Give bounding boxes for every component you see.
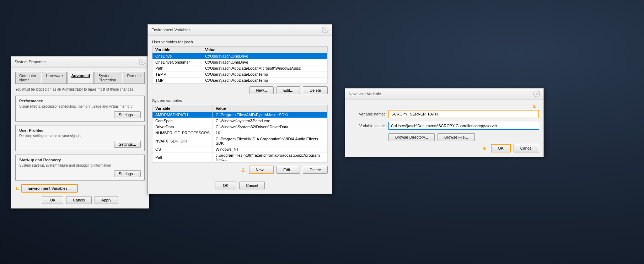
variable-name-row: Variable name: xyxy=(349,110,539,118)
variable-value-row: Variable value: xyxy=(349,122,539,130)
env-vars-cancel-btn[interactable]: Cancel xyxy=(239,182,265,189)
user-var-name: TMP xyxy=(152,77,202,83)
browse-buttons: Browse Directory... Browse File... xyxy=(388,133,539,141)
sys-var-value: c:\program files (x86)\razer\chromabroad… xyxy=(213,152,327,163)
system-props-apply-btn[interactable]: Apply xyxy=(95,196,118,204)
user-var-value: C:\Users\jasch\AppData\Local\Temp xyxy=(202,71,328,77)
sys-var-name: NVAFX_SDK_DIR xyxy=(152,136,213,146)
env-vars-bottom-buttons: OK Cancel xyxy=(152,182,328,189)
step2-label: 2. xyxy=(242,167,246,173)
user-vars-buttons: New... Edit... Delete xyxy=(152,86,328,94)
new-var-action-buttons: 4. OK Cancel xyxy=(349,144,539,152)
system-vars-section-title: System variables xyxy=(152,98,328,103)
user-delete-btn[interactable]: Delete xyxy=(303,86,328,94)
new-var-close[interactable]: ○ xyxy=(533,91,540,97)
sys-var-value: C:\Windows\System32\Drivers\DriverData xyxy=(213,124,327,130)
user-vars-section-title: User variables for jasch xyxy=(152,40,328,44)
user-var-col-variable: Variable xyxy=(152,47,202,53)
new-user-variable-window: New User Variable ○ 3. Variable name: Va… xyxy=(345,88,544,157)
user-var-value: C:\Users\jasch\OneDrive xyxy=(202,53,328,59)
sys-var-name: NUMBER_OF_PROCESSORS xyxy=(152,130,213,136)
sys-var-name: ComSpec xyxy=(152,118,213,124)
table-row[interactable]: DriverData C:\Windows\System32\Drivers\D… xyxy=(152,124,328,130)
sys-var-value: C:\Program Files\NVIDIA Corporation\NVID… xyxy=(213,136,327,146)
sys-var-name: DriverData xyxy=(152,124,213,130)
table-row[interactable]: ComSpec C:\Windows\system32\cmd.exe xyxy=(152,118,328,124)
table-row[interactable]: OneDriveConsumer C:\Users\jasch\OneDrive xyxy=(152,59,328,65)
performance-label: Performance xyxy=(19,99,141,103)
tab-advanced[interactable]: Advanced xyxy=(68,72,94,83)
table-row[interactable]: OS Windows_NT xyxy=(152,146,328,152)
table-row[interactable]: TEMP C:\Users\jasch\AppData\Local\Temp xyxy=(152,71,328,77)
new-var-ok-btn[interactable]: OK xyxy=(491,144,511,152)
user-var-value: C:\Users\jasch\AppData\Local\Temp xyxy=(202,77,328,83)
variable-value-input[interactable] xyxy=(388,122,539,130)
startup-desc: System start-up, system failure and debu… xyxy=(19,163,141,167)
tab-hardware[interactable]: Hardware xyxy=(42,72,67,83)
user-profiles-section: User Profiles Desktop settings related t… xyxy=(15,125,145,151)
startup-label: Start-up and Recovery xyxy=(19,158,141,162)
user-profiles-settings-btn[interactable]: Settings... xyxy=(114,141,141,148)
user-new-btn[interactable]: New... xyxy=(249,86,274,94)
system-vars-table: Variable Value AMDRMSDKPATH C:\Program F… xyxy=(152,105,328,163)
variable-name-input[interactable] xyxy=(388,110,539,118)
env-vars-titlebar: Environment Variables ○ xyxy=(148,25,332,36)
table-row[interactable]: TMP C:\Users\jasch\AppData\Local\Temp xyxy=(152,77,328,83)
table-row[interactable]: NUMBER_OF_PROCESSORS 16 xyxy=(152,130,328,136)
system-props-close[interactable]: ○ xyxy=(139,59,145,65)
system-props-tabbar: Computer Name Hardware Advanced System P… xyxy=(15,72,145,84)
env-vars-window: Environment Variables ○ User variables f… xyxy=(147,24,332,194)
tab-remote[interactable]: Remote xyxy=(123,72,145,83)
separator xyxy=(152,178,328,178)
sys-var-value: Windows_NT xyxy=(213,146,327,152)
env-vars-close[interactable]: ○ xyxy=(322,27,328,33)
step4-label: 4. xyxy=(483,146,487,151)
user-vars-table: Variable Value OneDrive C:\Users\jasch\O… xyxy=(152,46,328,83)
user-var-name: OneDriveConsumer xyxy=(152,59,202,65)
user-profiles-desc: Desktop settings related to your sign-in xyxy=(19,134,141,138)
env-vars-title: Environment Variables xyxy=(151,28,190,32)
browse-directory-btn[interactable]: Browse Directory... xyxy=(388,133,435,141)
system-props-cancel-btn[interactable]: Cancel xyxy=(66,196,92,204)
env-vars-ok-btn[interactable]: OK xyxy=(215,182,236,189)
browse-file-btn[interactable]: Browse File... xyxy=(438,133,475,141)
table-row[interactable]: AMDRMSDKPATH C:\Program Files\AMD\RyzenM… xyxy=(152,112,328,118)
system-properties-window: System Properties ○ Computer Name Hardwa… xyxy=(11,56,149,209)
step3-label: 3. xyxy=(532,104,536,109)
new-var-titlebar: New User Variable ○ xyxy=(345,88,543,99)
user-var-col-value: Value xyxy=(202,47,328,53)
tab-computer-name[interactable]: Computer Name xyxy=(15,72,41,83)
table-row[interactable]: NVAFX_SDK_DIR C:\Program Files\NVIDIA Co… xyxy=(152,136,328,146)
new-var-title: New User Variable xyxy=(349,92,381,96)
step1-label: 1. xyxy=(15,186,19,191)
sys-var-col-variable: Variable xyxy=(152,105,213,112)
system-delete-btn[interactable]: Delete xyxy=(303,166,328,174)
table-row[interactable]: OneDrive C:\Users\jasch\OneDrive xyxy=(152,53,328,59)
performance-desc: Visual effects, processor scheduling, me… xyxy=(19,104,141,108)
sys-var-name: OS xyxy=(152,146,213,152)
system-props-ok-btn[interactable]: OK xyxy=(42,196,63,204)
user-edit-btn[interactable]: Edit... xyxy=(277,86,300,94)
system-new-btn[interactable]: New... xyxy=(249,166,274,174)
variable-value-label: Variable value: xyxy=(349,124,388,128)
startup-settings-btn[interactable]: Settings... xyxy=(114,170,141,177)
system-props-title: System Properties xyxy=(15,60,47,64)
user-var-value: C:\Users\jasch\OneDrive xyxy=(202,59,328,65)
user-var-name: OneDrive xyxy=(152,53,202,59)
user-var-name: TEMP xyxy=(152,71,202,77)
user-var-name: Path xyxy=(152,65,202,71)
system-edit-btn[interactable]: Edit... xyxy=(277,166,300,174)
variable-name-label: Variable name: xyxy=(349,112,388,116)
user-profiles-label: User Profiles xyxy=(19,128,141,133)
new-var-cancel-btn[interactable]: Cancel xyxy=(514,144,539,152)
startup-recovery-section: Start-up and Recovery System start-up, s… xyxy=(15,155,145,181)
env-vars-button[interactable]: Environment Variables... xyxy=(21,184,78,193)
performance-section: Performance Visual effects, processor sc… xyxy=(15,96,145,122)
table-row[interactable]: Path C:\Users\jasch\AppData\Local\Micros… xyxy=(152,65,328,71)
sys-var-value: 16 xyxy=(213,130,327,136)
tab-system-protection[interactable]: System Protection xyxy=(95,72,122,83)
sys-var-value: C:\Program Files\AMD\RyzenMasterSDK\ xyxy=(213,112,327,118)
system-props-titlebar: System Properties ○ xyxy=(11,56,149,68)
table-row[interactable]: Path c:\program files (x86)\razer\chroma… xyxy=(152,152,328,163)
performance-settings-btn[interactable]: Settings... xyxy=(114,111,141,118)
